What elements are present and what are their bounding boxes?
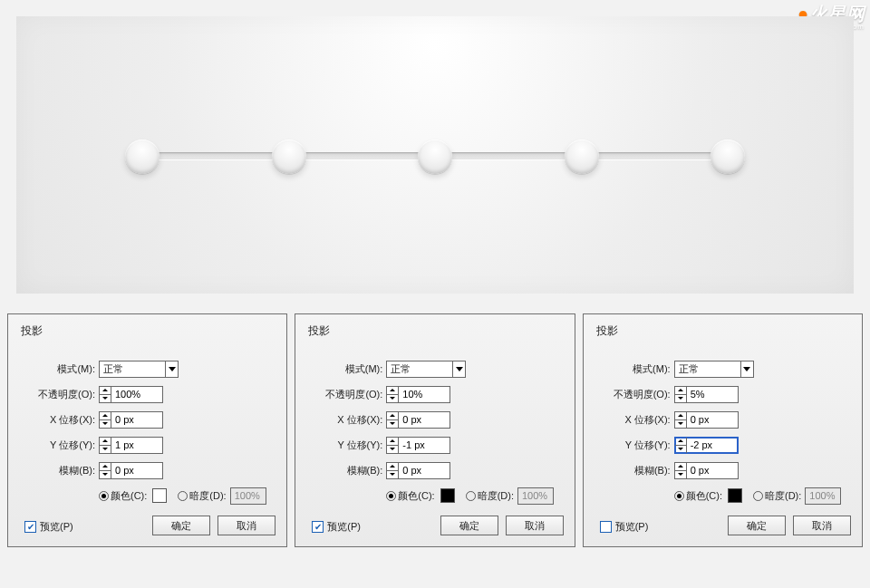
opacity-field[interactable] (386, 386, 450, 403)
y-offset-field[interactable] (386, 437, 450, 454)
drop-shadow-panel: 投影 模式(M): 正常 不透明度(O): X 位移(X): Y 位移(Y): (295, 313, 575, 547)
drop-shadow-panel: 投影 模式(M): 正常 不透明度(O): X 位移(X): Y 位移(Y): (7, 313, 287, 547)
mode-value: 正常 (103, 362, 123, 376)
progress-knob (125, 140, 160, 174)
progress-knob (565, 140, 599, 174)
color-label: 颜色(C): (686, 489, 722, 503)
blur-input[interactable] (687, 463, 738, 478)
drop-shadow-panel: 投影 模式(M): 正常 不透明度(O): X 位移(X): Y 位移(Y): (583, 313, 863, 547)
mode-select[interactable]: 正常 (99, 361, 179, 378)
y-offset-input[interactable] (687, 438, 738, 453)
y-offset-label: Y 位移(Y): (21, 439, 99, 452)
x-offset-input[interactable] (399, 412, 450, 428)
opacity-input[interactable] (111, 387, 162, 402)
panel-title: 投影 (596, 323, 849, 339)
blur-input[interactable] (399, 463, 450, 478)
x-offset-field[interactable] (674, 411, 739, 429)
mode-value: 正常 (679, 362, 699, 376)
cancel-button[interactable]: 取消 (793, 516, 851, 535)
blur-field[interactable] (99, 462, 163, 479)
color-label: 颜色(C): (111, 489, 147, 503)
chevron-down-icon[interactable] (452, 361, 465, 377)
darkness-label: 暗度(D): (189, 489, 226, 503)
stepper-icon[interactable] (387, 387, 399, 402)
preview-checkbox[interactable] (312, 521, 324, 533)
mode-label: 模式(M): (596, 362, 674, 376)
ok-button[interactable]: 确定 (728, 516, 786, 535)
color-radio[interactable] (674, 491, 684, 501)
y-offset-field[interactable] (674, 437, 739, 454)
darkness-radio[interactable] (753, 491, 763, 501)
x-offset-field[interactable] (99, 411, 163, 429)
opacity-field[interactable] (674, 386, 739, 403)
darkness-input (518, 488, 553, 504)
stepper-icon[interactable] (100, 438, 111, 453)
stepper-icon[interactable] (675, 387, 687, 402)
preview-label: 预览(P) (615, 520, 649, 534)
ok-button[interactable]: 确定 (152, 516, 210, 535)
panel-title: 投影 (21, 323, 274, 339)
blur-field[interactable] (386, 462, 450, 479)
y-offset-label: Y 位移(Y): (308, 439, 386, 452)
darkness-radio[interactable] (466, 491, 476, 501)
chevron-down-icon[interactable] (740, 361, 753, 377)
panel-title: 投影 (308, 323, 561, 339)
stepper-icon[interactable] (100, 387, 111, 402)
blur-input[interactable] (111, 463, 162, 478)
darkness-field (230, 487, 266, 505)
blur-field[interactable] (674, 462, 739, 479)
y-offset-field[interactable] (99, 437, 163, 454)
darkness-input (806, 488, 840, 504)
stepper-icon[interactable] (100, 463, 111, 478)
preview-checkbox[interactable] (600, 521, 612, 533)
mode-value: 正常 (391, 362, 411, 376)
darkness-field (517, 487, 554, 505)
stepper-icon[interactable] (387, 463, 399, 478)
x-offset-input[interactable] (111, 412, 162, 428)
blur-label: 模糊(B): (596, 464, 674, 477)
opacity-field[interactable] (99, 386, 163, 403)
darkness-radio[interactable] (178, 491, 188, 501)
stepper-icon[interactable] (675, 463, 687, 478)
opacity-label: 不透明度(O): (21, 388, 99, 401)
darkness-label: 暗度(D): (765, 489, 801, 503)
stepper-icon[interactable] (675, 412, 687, 428)
progress-knob (418, 140, 452, 174)
chevron-down-icon[interactable] (165, 361, 178, 377)
cancel-button[interactable]: 取消 (506, 516, 564, 535)
x-offset-input[interactable] (687, 412, 738, 428)
color-radio[interactable] (386, 491, 396, 501)
color-label: 颜色(C): (398, 489, 434, 503)
stepper-icon[interactable] (387, 438, 399, 453)
x-offset-label: X 位移(X): (596, 413, 674, 427)
x-offset-label: X 位移(X): (308, 413, 386, 427)
mode-label: 模式(M): (308, 362, 386, 376)
preview-checkbox[interactable] (24, 521, 36, 533)
y-offset-input[interactable] (399, 438, 450, 453)
mode-select[interactable]: 正常 (674, 361, 754, 378)
ok-button[interactable]: 确定 (440, 516, 498, 535)
color-radio[interactable] (99, 491, 109, 501)
opacity-label: 不透明度(O): (308, 388, 386, 401)
color-swatch[interactable] (728, 488, 742, 503)
drop-shadow-panels: 投影 模式(M): 正常 不透明度(O): X 位移(X): Y 位移(Y): (7, 313, 863, 547)
blur-label: 模糊(B): (21, 464, 99, 477)
color-swatch[interactable] (440, 488, 455, 503)
mode-label: 模式(M): (21, 362, 99, 376)
opacity-input[interactable] (399, 387, 450, 402)
darkness-label: 暗度(D): (478, 489, 514, 503)
color-swatch[interactable] (152, 488, 167, 503)
stepper-icon[interactable] (100, 412, 111, 428)
preview-label: 预览(P) (327, 520, 361, 534)
style-preview-area (16, 16, 854, 294)
mode-select[interactable]: 正常 (386, 361, 466, 378)
progress-knob (272, 140, 306, 174)
x-offset-field[interactable] (386, 411, 450, 429)
stepper-icon[interactable] (675, 438, 687, 453)
progress-knob (710, 140, 745, 174)
cancel-button[interactable]: 取消 (218, 516, 276, 535)
opacity-input[interactable] (687, 387, 738, 402)
y-offset-input[interactable] (111, 438, 162, 453)
preview-label: 预览(P) (40, 520, 73, 534)
stepper-icon[interactable] (387, 412, 399, 428)
